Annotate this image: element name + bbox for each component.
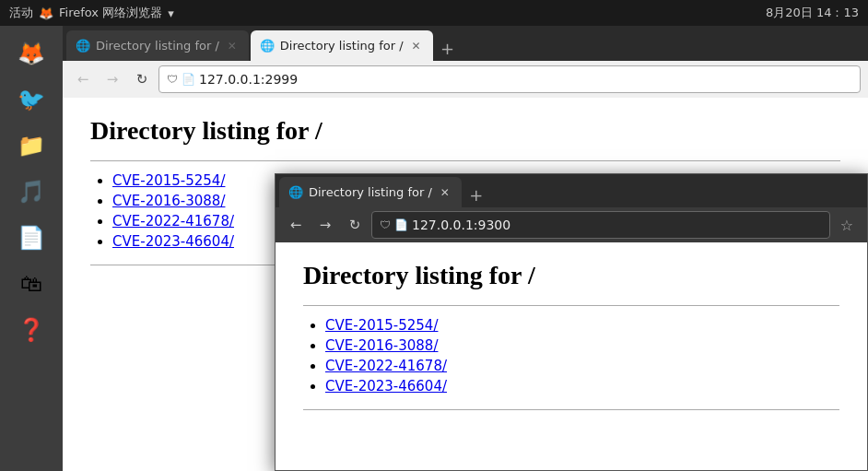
directory-list-2: CVE-2015-5254/ CVE-2016-3088/ CVE-2022-4… xyxy=(303,317,839,394)
new-tab-button-2[interactable]: + xyxy=(463,182,489,207)
back-button-2[interactable]: ← xyxy=(283,212,309,238)
link-cve-2015-5254-1[interactable]: CVE-2015-5254/ xyxy=(112,172,225,189)
link-cve-2023-46604-1[interactable]: CVE-2023-46604/ xyxy=(112,233,234,250)
shield-icon-1: 🛡 xyxy=(167,73,178,86)
link-cve-2016-3088-1[interactable]: CVE-2016-3088/ xyxy=(112,193,225,209)
sidebar-icon-help[interactable]: ❓ xyxy=(11,310,52,350)
list-item: CVE-2023-46604/ xyxy=(325,378,839,394)
forward-button-2[interactable]: → xyxy=(312,212,338,238)
os-topbar: 活动 🦊 Firefox 网络浏览器 ▾ 8月20日 14：13 xyxy=(0,0,868,26)
address-text-2: 127.0.0.1:9300 xyxy=(412,218,510,232)
link-cve-2015-5254-2[interactable]: CVE-2015-5254/ xyxy=(325,317,438,334)
toolbar-2: ← → ↻ 🛡 📄 127.0.0.1:9300 ☆ xyxy=(276,207,867,242)
tab-bar-2: 🌐 Directory listing for / ✕ + xyxy=(276,174,867,207)
reload-button-1[interactable]: ↻ xyxy=(129,66,155,92)
tab-3-page-icon: 🌐 xyxy=(288,185,303,199)
tab-3-close[interactable]: ✕ xyxy=(438,185,452,200)
sidebar: 🦊 🐦 📁 🎵 📄 🛍 ❓ xyxy=(0,26,63,471)
forward-button-1[interactable]: → xyxy=(100,66,125,92)
shield-icon-2: 🛡 xyxy=(380,218,391,231)
activities-label[interactable]: 活动 xyxy=(9,5,33,21)
divider-top-1 xyxy=(90,160,840,161)
link-cve-2023-46604-2[interactable]: CVE-2023-46604/ xyxy=(325,378,447,394)
link-cve-2022-41678-1[interactable]: CVE-2022-41678/ xyxy=(112,213,234,230)
sidebar-icon-thunderbird[interactable]: 🐦 xyxy=(11,79,52,120)
browser-label: Firefox 网络浏览器 xyxy=(59,5,162,21)
dropdown-icon[interactable]: ▾ xyxy=(168,6,174,20)
page-title-2: Directory listing for / xyxy=(303,261,839,290)
page-title-1: Directory listing for / xyxy=(90,116,840,146)
datetime: 8月20日 14：13 xyxy=(766,5,859,21)
reload-button-2[interactable]: ↻ xyxy=(342,212,368,238)
tab-1-close[interactable]: ✕ xyxy=(225,39,240,53)
sidebar-icon-software[interactable]: 🛍 xyxy=(11,264,52,304)
address-bar-2[interactable]: 🛡 📄 127.0.0.1:9300 xyxy=(371,211,830,239)
toolbar-1: ← → ↻ 🛡 📄 127.0.0.1:2999 xyxy=(63,61,868,98)
tab-1-label: Directory listing for / xyxy=(96,39,219,53)
new-tab-button-1[interactable]: + xyxy=(435,35,461,61)
list-item: CVE-2022-41678/ xyxy=(325,358,839,374)
sidebar-icon-writer[interactable]: 📄 xyxy=(11,218,52,258)
link-cve-2022-41678-2[interactable]: CVE-2022-41678/ xyxy=(325,358,447,374)
sidebar-icon-rhythmbox[interactable]: 🎵 xyxy=(11,171,52,212)
bookmark-button-2[interactable]: ☆ xyxy=(834,212,860,238)
tab-2-page-icon: 🌐 xyxy=(260,39,275,53)
page-content-2: Directory listing for / CVE-2015-5254/ C… xyxy=(276,242,867,470)
sidebar-icon-files[interactable]: 📁 xyxy=(11,125,52,166)
link-cve-2016-3088-2[interactable]: CVE-2016-3088/ xyxy=(325,337,438,354)
browser-window-2: 🌐 Directory listing for / ✕ + ← → ↻ 🛡 📄 … xyxy=(275,173,868,471)
tab-bar-1: 🌐 Directory listing for / ✕ 🌐 Directory … xyxy=(63,26,868,61)
page-icon-1: 📄 xyxy=(182,73,195,86)
page-icon-2: 📄 xyxy=(394,218,408,231)
firefox-icon: 🦊 xyxy=(39,6,53,20)
address-text-1: 127.0.0.1:2999 xyxy=(199,72,298,87)
tab-3-label: Directory listing for / xyxy=(309,185,432,199)
tab-2-active[interactable]: 🌐 Directory listing for / ✕ xyxy=(251,30,433,61)
tab-1-page-icon: 🌐 xyxy=(76,39,90,53)
divider-top-2 xyxy=(303,305,839,306)
tab-2-label: Directory listing for / xyxy=(280,39,404,53)
divider-bottom-2 xyxy=(303,409,839,410)
tab-3-active[interactable]: 🌐 Directory listing for / ✕ xyxy=(279,177,462,207)
sidebar-icon-firefox[interactable]: 🦊 xyxy=(11,33,52,74)
tab-1-inactive[interactable]: 🌐 Directory listing for / ✕ xyxy=(66,30,249,61)
list-item: CVE-2015-5254/ xyxy=(325,317,839,334)
address-bar-1[interactable]: 🛡 📄 127.0.0.1:2999 xyxy=(158,65,861,93)
back-button-1[interactable]: ← xyxy=(70,66,96,92)
list-item: CVE-2016-3088/ xyxy=(325,337,839,354)
tab-2-close[interactable]: ✕ xyxy=(409,39,424,53)
